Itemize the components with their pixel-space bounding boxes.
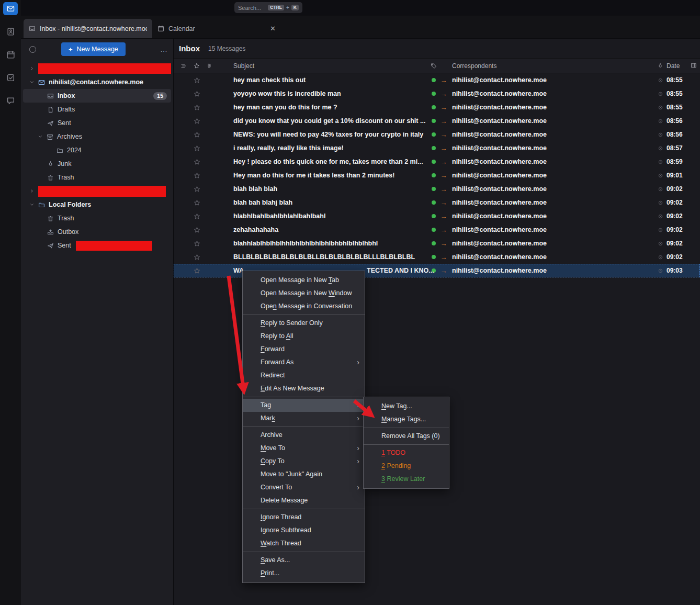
message-row[interactable]: i really, really, really like this image… — [174, 141, 700, 155]
junk-status-icon — [654, 227, 667, 233]
menu-item-tag[interactable]: Tag› — [243, 399, 365, 412]
chat-space-button[interactable] — [3, 94, 18, 107]
message-row[interactable]: did you know that you could get a 10% di… — [174, 114, 700, 128]
message-row[interactable]: blah bah blahj blah → nihilist@contact.n… — [174, 196, 700, 209]
menu-item-edit-as-new-message[interactable]: Edit As New Message — [243, 382, 365, 395]
star-icon[interactable] — [190, 172, 203, 179]
star-icon[interactable] — [190, 186, 203, 193]
message-row[interactable]: Hey man do this for me it takes less tha… — [174, 169, 700, 182]
message-subject: hey man can you do this for me ? — [216, 104, 429, 111]
message-row[interactable]: Hey ! please do this quick one for me, t… — [174, 155, 700, 169]
sidebar-item-archives[interactable]: Archives — [21, 130, 173, 143]
message-row[interactable]: yoyoyo wow this is incredible man → nihi… — [174, 87, 700, 100]
new-message-button[interactable]: + New Message — [61, 42, 126, 56]
menu-item-new-tag[interactable]: New Tag... — [364, 400, 449, 413]
star-icon[interactable] — [190, 267, 203, 274]
message-subject: Hey ! please do this quick one for me, t… — [216, 158, 429, 165]
redacted-account-name — [38, 186, 166, 197]
calendar-space-button[interactable] — [3, 48, 18, 61]
menu-item-delete-message[interactable]: Delete Message — [243, 494, 365, 507]
sidebar-item-local-trash[interactable]: Trash — [21, 211, 173, 225]
menu-item-manage-tags[interactable]: Manage Tags... — [364, 413, 449, 426]
star-icon[interactable] — [190, 145, 203, 152]
search-bar[interactable]: Search... CTRL + K — [234, 2, 302, 13]
menu-item-3-review-later[interactable]: 3 Review Later — [364, 473, 449, 486]
menu-item-ignore-thread[interactable]: Ignore Thread — [243, 511, 365, 524]
sidebar-item-local-sent[interactable]: Sent — [21, 239, 173, 252]
sidebar-item-2024[interactable]: 2024 — [21, 143, 173, 157]
message-row[interactable]: zehahahahaha → nihilist@contact.nowhere.… — [174, 223, 700, 237]
menu-item-reply-to-sender-only[interactable]: Reply to Sender Only — [243, 317, 365, 330]
star-icon[interactable] — [190, 131, 203, 138]
sidebar-item-inbox[interactable]: Inbox 15 — [23, 89, 171, 103]
sidebar-item-local-folders[interactable]: Local Folders — [21, 198, 173, 211]
menu-item-1-todo[interactable]: 1 TODO — [364, 446, 449, 460]
menu-item-forward[interactable]: Forward — [243, 343, 365, 356]
message-row[interactable]: hlabhlbahlbahlbhlahlbahlbahl → nihilist@… — [174, 209, 700, 223]
message-row[interactable]: blah blah blah → nihilist@contact.nowher… — [174, 182, 700, 196]
tab-inbox[interactable]: Inbox - nihilist@contact.nowhere.moe — [24, 19, 152, 38]
menu-item-mark[interactable]: Mark› — [243, 412, 365, 425]
sidebar-item-sent[interactable]: Sent — [21, 116, 173, 130]
menu-item-redirect[interactable]: Redirect — [243, 369, 365, 382]
menu-item-remove-all-tags-0[interactable]: Remove All Tags (0) — [364, 430, 449, 443]
star-icon[interactable] — [190, 213, 203, 220]
tag-column-header[interactable] — [429, 63, 438, 69]
menu-item-2-pending[interactable]: 2 Pending — [364, 460, 449, 473]
star-icon[interactable] — [190, 77, 203, 84]
sidebar-item-outbox[interactable]: Outbox — [21, 225, 173, 239]
subject-column-header[interactable]: Subject — [216, 62, 429, 70]
mail-space-button[interactable] — [3, 2, 18, 15]
message-row[interactable]: NEWS: you will need to pay 42% taxes for… — [174, 128, 700, 141]
star-column-header[interactable] — [190, 63, 203, 69]
star-icon[interactable] — [190, 254, 203, 261]
message-row[interactable]: hey man can you do this for me ? → nihil… — [174, 100, 700, 114]
menu-item-ignore-subthread[interactable]: Ignore Subthread — [243, 524, 365, 537]
tab-close-button[interactable]: ✕ — [270, 25, 276, 32]
folder-pane-options-button[interactable]: … — [160, 45, 168, 53]
menu-item-print[interactable]: Print... — [243, 567, 365, 580]
tab-calendar[interactable]: Calendar ✕ — [152, 19, 281, 38]
menu-item-move-to[interactable]: Move To› — [243, 442, 365, 455]
message-row[interactable]: hey man check this out → nihilist@contac… — [174, 73, 700, 87]
menu-item-archive[interactable]: Archive — [243, 429, 365, 442]
tasks-space-button[interactable] — [3, 71, 18, 84]
attachment-column-header[interactable] — [203, 63, 216, 69]
star-icon[interactable] — [190, 91, 203, 97]
menu-item-save-as[interactable]: Save As... — [243, 554, 365, 567]
message-correspondent: nihilist@contact.nowhere.moe — [449, 158, 654, 165]
star-icon[interactable] — [190, 104, 203, 111]
correspondents-column-header[interactable]: Correspondents — [449, 62, 654, 70]
menu-item-copy-to[interactable]: Copy To› — [243, 455, 365, 468]
star-icon[interactable] — [190, 118, 203, 125]
star-icon[interactable] — [190, 159, 203, 165]
menu-item-label: Remove All Tags (0) — [381, 432, 440, 440]
menu-item-open-message-in-new-window[interactable]: Open Message in New Window — [243, 287, 365, 300]
menu-item-watch-thread[interactable]: Watch Thread — [243, 537, 365, 550]
menu-item-open-message-in-new-tab[interactable]: Open Message in New Tab — [243, 274, 365, 287]
junk-column-header[interactable] — [654, 63, 667, 69]
menu-item-reply-to-all[interactable]: Reply to All — [243, 330, 365, 343]
status-circle-icon[interactable] — [29, 46, 36, 53]
star-icon[interactable] — [190, 240, 203, 247]
star-icon[interactable] — [190, 199, 203, 206]
menu-item-convert-to[interactable]: Convert To› — [243, 481, 365, 494]
menu-item-forward-as[interactable]: Forward As› — [243, 356, 365, 369]
sidebar-item-redacted-account-2[interactable] — [21, 184, 173, 198]
menu-item-move-to-junk-again[interactable]: Move to "Junk" Again — [243, 468, 365, 481]
column-picker-icon[interactable] — [691, 62, 697, 69]
menu-item-label: Watch Thread — [261, 540, 301, 547]
sidebar-item-account[interactable]: nihilist@contact.nowhere.moe — [21, 75, 173, 89]
sidebar-item-trash[interactable]: Trash — [21, 171, 173, 184]
message-row[interactable]: BLLBLBLBLBLBLBLBLBLLBLBLBLBLBLBLLLBLBLBL… — [174, 250, 700, 264]
thread-column-header[interactable] — [174, 63, 190, 69]
star-icon[interactable] — [190, 227, 203, 233]
sidebar-item-junk[interactable]: Junk — [21, 157, 173, 171]
addressbook-space-button[interactable] — [3, 25, 18, 38]
folder-pane: + New Message … nihilist@contact.nowhere… — [21, 39, 173, 605]
menu-item-open-message-in-conversation[interactable]: Open Message in Conversation — [243, 300, 365, 313]
sidebar-item-redacted-account-1[interactable] — [21, 62, 173, 75]
message-row[interactable]: blahhlablhblhblhhlbhlbhlbhlbhlbhbhlblhbl… — [174, 237, 700, 250]
sidebar-item-drafts[interactable]: Drafts — [21, 103, 173, 116]
menu-item-label: Move to "Junk" Again — [261, 470, 322, 478]
